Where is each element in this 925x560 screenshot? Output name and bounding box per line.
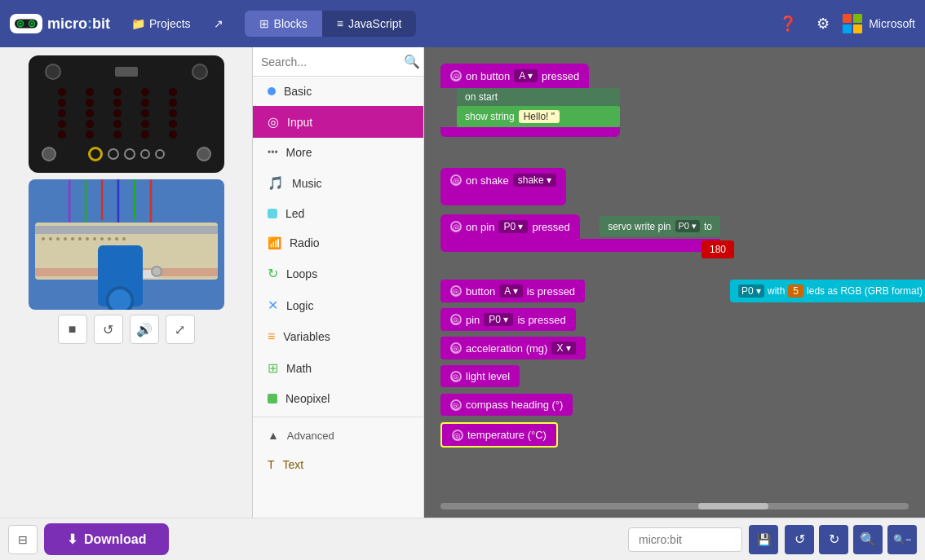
sidebar-item-advanced[interactable]: ▲ Advanced: [253, 421, 423, 450]
projects-button[interactable]: 📁 Projects: [123, 12, 199, 35]
pin-label: pin: [466, 314, 480, 326]
pin-p0-dropdown[interactable]: P0 ▾: [484, 313, 513, 326]
svg-point-4: [31, 23, 33, 25]
block-on-button-pressed[interactable]: ◎ on button A ▾ pressed on start show st…: [440, 64, 620, 137]
horizontal-scrollbar[interactable]: [440, 503, 909, 509]
block-pin-is-pressed[interactable]: ◎ pin P0 ▾ is pressed: [440, 308, 576, 331]
sidebar-item-more[interactable]: ••• More: [253, 138, 423, 167]
sound-button[interactable]: 🔊: [130, 315, 159, 344]
btn-a-dropdown[interactable]: A ▾: [499, 284, 523, 298]
temperature-label: temperature (°C): [467, 429, 547, 441]
button-a-tag[interactable]: A ▾: [514, 69, 538, 82]
block-editor[interactable]: ◎ on button A ▾ pressed on start show st…: [424, 47, 925, 518]
neo-num-value[interactable]: 5: [788, 284, 803, 298]
led-3-1: [86, 120, 94, 128]
block-compass[interactable]: ◎ compass heading (°): [440, 394, 573, 416]
shake-dropdown[interactable]: shake ▾: [513, 174, 556, 187]
sidebar-item-variables[interactable]: ≡ Variables: [253, 321, 423, 352]
mb-usb: [115, 67, 138, 77]
pin-0[interactable]: [88, 147, 103, 161]
more-label: More: [286, 146, 312, 159]
zoom-in-button[interactable]: 🔍: [853, 525, 883, 554]
block-temperature[interactable]: ◎ temperature (°C): [440, 422, 558, 448]
stop-button[interactable]: ■: [58, 315, 87, 344]
neo-pin-dropdown[interactable]: P0 ▾: [738, 284, 764, 298]
scroll-thumb[interactable]: [698, 503, 768, 509]
logo-icon: [10, 14, 42, 33]
search-input[interactable]: [261, 55, 404, 68]
accel-axis-dropdown[interactable]: X ▾: [551, 342, 575, 355]
led-2-0: [58, 109, 66, 117]
bottom-bar: ⊟ ⬇ Download 💾 ↺ ↻ 🔍 🔍−: [0, 518, 925, 560]
tab-javascript[interactable]: ≡ JavaScript: [322, 11, 417, 37]
microsoft-label: Microsoft: [869, 17, 915, 30]
led-2-4: [169, 109, 177, 117]
led-2-2: [113, 109, 122, 117]
variables-label: Variables: [283, 330, 330, 343]
block-light-level[interactable]: ◎ light level: [440, 365, 520, 387]
radio-icon: 📶: [268, 236, 281, 249]
led-icon: [268, 209, 277, 218]
pin-3v: [140, 149, 150, 159]
block-acceleration[interactable]: ◎ acceleration (mg) X ▾: [440, 337, 586, 359]
zoom-out-button[interactable]: 🔍−: [887, 525, 917, 554]
sidebar-item-loops[interactable]: ↻ Loops: [253, 258, 423, 289]
block-neopixel[interactable]: P0 ▾ with 5 leds as RGB (GRB format): [730, 280, 925, 302]
sidebar-item-neopixel[interactable]: Neopixel: [253, 384, 423, 413]
device-name-input[interactable]: [628, 527, 742, 552]
motor-device: [98, 245, 143, 306]
save-device-button[interactable]: 💾: [749, 525, 778, 554]
sidebar-item-text[interactable]: T Text: [253, 450, 423, 479]
mb-btn-b[interactable]: [197, 147, 211, 161]
block-on-start[interactable]: on start: [457, 88, 620, 106]
circle-4: ◎: [450, 285, 462, 297]
servo-write-label: servo write pin: [608, 221, 671, 232]
block-button-is-pressed[interactable]: ◎ button A ▾ is pressed: [440, 280, 585, 302]
sidebar-item-input[interactable]: ◎ Input: [253, 106, 423, 138]
pin-dropdown[interactable]: P0 ▾: [498, 220, 528, 233]
search-icon[interactable]: 🔍: [404, 54, 420, 69]
led-4-0: [58, 130, 66, 139]
settings-button[interactable]: ⚙: [810, 8, 836, 39]
show-string-label: show string: [465, 111, 515, 122]
folder-icon: 📁: [131, 17, 145, 30]
microsoft-logo: Microsoft: [843, 14, 915, 33]
text-icon: T: [268, 458, 275, 471]
redo-button[interactable]: ↻: [819, 525, 848, 554]
share-button[interactable]: ↗: [206, 12, 232, 35]
circle-7: ◎: [450, 371, 462, 382]
block-servo-write[interactable]: servo write pin P0 ▾ to: [600, 216, 720, 236]
undo-button[interactable]: ↺: [785, 525, 814, 554]
sidebar-item-led[interactable]: Led: [253, 199, 423, 228]
math-label: Math: [286, 362, 312, 375]
pin-1[interactable]: [108, 148, 119, 160]
sidebar-item-basic[interactable]: Basic: [253, 77, 423, 106]
mb-bottom: [37, 143, 216, 165]
servo-value[interactable]: 180: [701, 240, 734, 258]
led-4-1: [86, 130, 94, 139]
block-on-pin-pressed[interactable]: ◎ on pin P0 ▾ pressed servo write pin P0…: [440, 214, 720, 252]
servo-pin-dropdown[interactable]: P0 ▾: [675, 220, 701, 232]
pin-2[interactable]: [124, 148, 135, 160]
toggle-sidebar-button[interactable]: ⊟: [8, 525, 38, 554]
save-icon: 💾: [757, 533, 771, 546]
simulator-panel: ■ ↺ 🔊 ⤢: [0, 47, 253, 518]
circle-8: ◎: [450, 399, 462, 411]
refresh-button[interactable]: ↺: [94, 315, 123, 344]
tab-blocks[interactable]: ⊞ Blocks: [245, 11, 322, 37]
mb-btn-a[interactable]: [42, 147, 56, 161]
block-on-shake[interactable]: ◎ on shake shake ▾: [440, 168, 566, 205]
led-3-3: [141, 120, 149, 128]
block-show-string[interactable]: show string Hello! ": [457, 106, 620, 127]
logic-label: Logic: [286, 299, 313, 312]
pressed-label: pressed: [542, 70, 579, 82]
motor-wheel: [106, 286, 135, 310]
help-button[interactable]: ❓: [772, 8, 803, 39]
sidebar-item-radio[interactable]: 📶 Radio: [253, 228, 423, 258]
download-button[interactable]: ⬇ Download: [44, 523, 169, 555]
sidebar-item-logic[interactable]: ✕ Logic: [253, 289, 423, 321]
sidebar-item-music[interactable]: 🎵 Music: [253, 167, 423, 199]
resize-button[interactable]: ⤢: [166, 315, 195, 344]
hello-value[interactable]: Hello! ": [519, 110, 560, 123]
sidebar-item-math[interactable]: ⊞ Math: [253, 352, 423, 384]
